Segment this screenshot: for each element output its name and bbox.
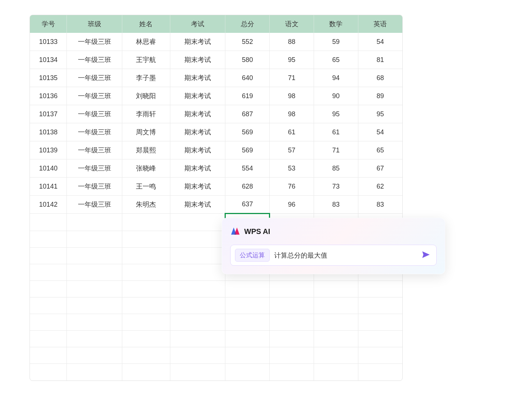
table-cell[interactable]: 一年级三班 (67, 159, 122, 178)
table-cell[interactable]: 83 (358, 196, 402, 214)
table-cell[interactable]: 一年级三班 (67, 123, 122, 141)
table-cell[interactable]: 552 (225, 33, 270, 51)
ai-send-button[interactable] (420, 249, 432, 262)
table-cell[interactable]: 95 (314, 105, 358, 123)
header-english[interactable]: 英语 (358, 15, 402, 33)
table-cell[interactable] (170, 297, 225, 314)
table-cell[interactable]: 期末考试 (170, 69, 225, 87)
table-cell[interactable] (314, 297, 358, 314)
table-cell[interactable]: 10136 (30, 87, 67, 105)
table-cell[interactable]: 76 (270, 178, 314, 196)
table-cell[interactable]: 期末考试 (170, 105, 225, 123)
table-cell[interactable]: 98 (270, 105, 314, 123)
table-cell[interactable] (358, 297, 402, 314)
table-cell[interactable] (67, 297, 122, 314)
header-exam[interactable]: 考试 (170, 15, 225, 33)
table-cell[interactable]: 54 (358, 123, 402, 141)
table-cell[interactable] (67, 214, 122, 231)
table-cell[interactable] (170, 231, 225, 248)
table-cell[interactable]: 10135 (30, 69, 67, 87)
table-cell[interactable]: 637 (225, 196, 270, 214)
table-cell[interactable]: 89 (358, 87, 402, 105)
table-cell[interactable]: 81 (358, 51, 402, 69)
table-cell[interactable]: 580 (225, 51, 270, 69)
table-cell[interactable]: 62 (358, 178, 402, 196)
table-cell[interactable]: 一年级三班 (67, 51, 122, 69)
table-cell[interactable]: 一年级三班 (67, 178, 122, 196)
table-cell[interactable]: 李雨轩 (122, 105, 170, 123)
table-cell[interactable]: 郑晨熙 (122, 141, 170, 159)
table-cell[interactable] (225, 347, 270, 364)
table-cell[interactable]: 85 (314, 159, 358, 178)
table-cell[interactable]: 90 (314, 87, 358, 105)
table-cell[interactable] (270, 364, 314, 380)
table-cell[interactable] (30, 231, 67, 248)
table-cell[interactable]: 10140 (30, 159, 67, 178)
header-total[interactable]: 总分 (225, 15, 270, 33)
table-cell[interactable] (67, 248, 122, 264)
table-cell[interactable]: 61 (314, 123, 358, 141)
table-cell[interactable] (30, 281, 67, 297)
header-student-id[interactable]: 学号 (30, 15, 67, 33)
table-cell[interactable] (314, 364, 358, 380)
table-cell[interactable] (122, 314, 170, 331)
table-cell[interactable]: 朱明杰 (122, 196, 170, 214)
table-cell[interactable]: 687 (225, 105, 270, 123)
table-cell[interactable]: 一年级三班 (67, 141, 122, 159)
table-cell[interactable] (170, 281, 225, 297)
header-name[interactable]: 姓名 (122, 15, 170, 33)
table-cell[interactable] (67, 347, 122, 364)
table-cell[interactable]: 一年级三班 (67, 105, 122, 123)
table-cell[interactable] (170, 248, 225, 264)
table-cell[interactable] (122, 281, 170, 297)
table-cell[interactable]: 10142 (30, 196, 67, 214)
table-cell[interactable]: 65 (314, 51, 358, 69)
table-cell[interactable]: 一年级三班 (67, 69, 122, 87)
table-cell[interactable]: 54 (358, 33, 402, 51)
table-cell[interactable] (122, 331, 170, 347)
table-cell[interactable]: 61 (270, 123, 314, 141)
table-cell[interactable]: 期末考试 (170, 196, 225, 214)
table-cell[interactable]: 619 (225, 87, 270, 105)
table-cell[interactable]: 周文博 (122, 123, 170, 141)
table-cell[interactable] (314, 347, 358, 364)
table-cell[interactable] (170, 264, 225, 281)
table-cell[interactable] (122, 347, 170, 364)
table-cell[interactable] (30, 248, 67, 264)
table-cell[interactable] (358, 364, 402, 380)
table-cell[interactable] (30, 314, 67, 331)
table-cell[interactable] (314, 331, 358, 347)
table-cell[interactable]: 期末考试 (170, 51, 225, 69)
table-cell[interactable] (122, 264, 170, 281)
table-cell[interactable] (67, 364, 122, 380)
table-cell[interactable] (30, 331, 67, 347)
table-cell[interactable]: 640 (225, 69, 270, 87)
table-cell[interactable]: 期末考试 (170, 123, 225, 141)
table-cell[interactable] (170, 364, 225, 380)
table-cell[interactable]: 期末考试 (170, 87, 225, 105)
table-cell[interactable]: 期末考试 (170, 159, 225, 178)
table-cell[interactable] (170, 347, 225, 364)
table-cell[interactable] (314, 314, 358, 331)
table-cell[interactable] (30, 214, 67, 231)
table-cell[interactable]: 10137 (30, 105, 67, 123)
table-cell[interactable] (225, 297, 270, 314)
table-cell[interactable] (225, 331, 270, 347)
header-chinese[interactable]: 语文 (270, 15, 314, 33)
table-cell[interactable]: 83 (314, 196, 358, 214)
table-cell[interactable]: 67 (358, 159, 402, 178)
table-cell[interactable] (67, 281, 122, 297)
table-cell[interactable]: 10139 (30, 141, 67, 159)
table-cell[interactable] (270, 297, 314, 314)
table-cell[interactable]: 期末考试 (170, 141, 225, 159)
table-cell[interactable] (170, 314, 225, 331)
table-cell[interactable]: 628 (225, 178, 270, 196)
table-cell[interactable]: 一年级三班 (67, 33, 122, 51)
table-cell[interactable] (225, 281, 270, 297)
table-cell[interactable]: 71 (270, 69, 314, 87)
table-cell[interactable]: 王一鸣 (122, 178, 170, 196)
table-cell[interactable] (314, 281, 358, 297)
table-cell[interactable]: 59 (314, 33, 358, 51)
table-cell[interactable]: 李子墨 (122, 69, 170, 87)
ai-prompt-input[interactable] (274, 251, 416, 259)
